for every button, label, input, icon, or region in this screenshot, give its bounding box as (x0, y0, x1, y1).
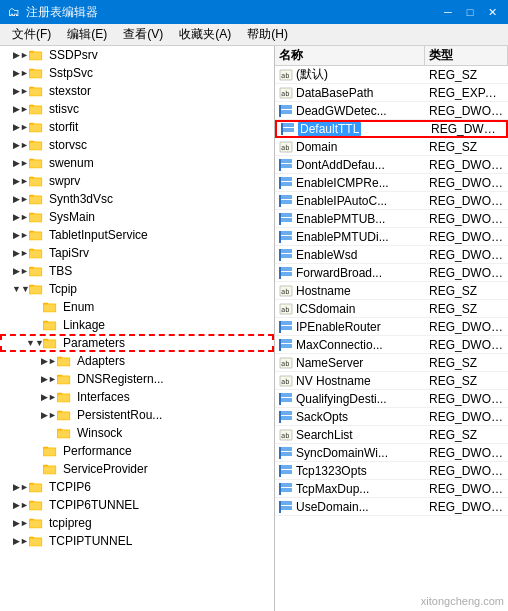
reg-row-domain[interactable]: ab DomainREG_SZ (275, 138, 508, 156)
tree-label-tapisrv: TapiSrv (49, 246, 89, 260)
reg-row-ipenablerouter[interactable]: IPEnableRouterREG_DWORD (275, 318, 508, 336)
reg-name-text-syncdomainwi: SyncDomainWi... (296, 446, 388, 460)
menu-edit[interactable]: 编辑(E) (59, 24, 115, 45)
reg-icon-tcp1323opts (279, 464, 293, 478)
tree-item-tcpipreg[interactable]: ► tcpipreg (0, 514, 274, 532)
tree-item-serviceprovider[interactable]: ServiceProvider (0, 460, 274, 478)
reg-row-deadgwdetec[interactable]: DeadGWDetec...REG_DWORD (275, 102, 508, 120)
tree-arrow-tbs: ► (14, 264, 28, 278)
reg-row-databasepath[interactable]: ab DataBasePathREG_EXPAND_SZ (275, 84, 508, 102)
reg-row-forwardbroad[interactable]: ForwardBroad...REG_DWORD (275, 264, 508, 282)
tree-item-tcpip6tunnel[interactable]: ► TCPIP6TUNNEL (0, 496, 274, 514)
folder-icon-storvsc (28, 137, 44, 153)
tree-item-performance2[interactable]: Performance (0, 442, 274, 460)
reg-row-maxconnectio[interactable]: MaxConnectio...REG_DWORD (275, 336, 508, 354)
svg-rect-11 (30, 106, 41, 113)
tree-item-ssdpsrv[interactable]: ► SSDPsrv (0, 46, 274, 64)
close-button[interactable]: ✕ (482, 3, 502, 21)
reg-row-enablewsd[interactable]: EnableWsdREG_DWORD (275, 246, 508, 264)
reg-name-text-searchlist: SearchList (296, 428, 353, 442)
tree-item-tcpip6[interactable]: ► TCPIP6 (0, 478, 274, 496)
menu-view[interactable]: 查看(V) (115, 24, 171, 45)
reg-row-enableipautoc[interactable]: EnableIPAutoC...REG_DWORD (275, 192, 508, 210)
reg-row-enablepmtub[interactable]: EnablePMTUB...REG_DWORD (275, 210, 508, 228)
tree-item-sysmain[interactable]: ► SysMain (0, 208, 274, 226)
svg-rect-146 (280, 488, 292, 492)
svg-rect-143 (280, 470, 292, 474)
svg-rect-80 (30, 520, 41, 527)
reg-name-text-deadgwdetec: DeadGWDetec... (296, 104, 387, 118)
reg-row-hostname[interactable]: ab HostnameREG_SZ (275, 282, 508, 300)
menu-file[interactable]: 文件(F) (4, 24, 59, 45)
tree-scroll[interactable]: ► SSDPsrv► SstpSvc► stexstor► stisvc► st… (0, 46, 274, 611)
svg-rect-142 (280, 465, 292, 469)
reg-row-dontadddefault[interactable]: DontAddDefau...REG_DWORD (275, 156, 508, 174)
tree-item-enum[interactable]: Enum (0, 298, 274, 316)
tree-item-stisvc[interactable]: ► stisvc (0, 100, 274, 118)
reg-icon-defaultttl (281, 122, 295, 136)
tree-item-tcpiptunnel[interactable]: ► TCPIPTUNNEL (0, 532, 274, 550)
reg-name-text-defaultttl: DefaultTTL (298, 122, 361, 136)
reg-row-usedomain[interactable]: UseDomain...REG_DWORD (275, 498, 508, 516)
reg-icon-qualifyingdest (279, 392, 293, 406)
tree-item-swprv[interactable]: ► swprv (0, 172, 274, 190)
tree-item-storfit[interactable]: ► storfit (0, 118, 274, 136)
reg-row-syncdomainwi[interactable]: SyncDomainWi...REG_DWORD (275, 444, 508, 462)
right-rows[interactable]: ab (默认)REG_SZ ab DataBasePathREG_EXPAND_… (275, 66, 508, 611)
menu-favorites[interactable]: 收藏夹(A) (171, 24, 239, 45)
svg-rect-115 (280, 272, 292, 276)
reg-type-nameserver: REG_SZ (425, 356, 508, 370)
tree-arrow-storfit: ► (14, 120, 28, 134)
tree-item-stexstor[interactable]: ► stexstor (0, 82, 274, 100)
svg-rect-135 (280, 416, 292, 420)
minimize-button[interactable]: ─ (438, 3, 458, 21)
folder-icon-persistentroutes (56, 407, 72, 423)
tree-item-adapters[interactable]: ► Adapters (0, 352, 274, 370)
reg-name-hostname: ab Hostname (275, 284, 425, 298)
reg-name-default: ab (默认) (275, 66, 425, 83)
tree-arrow-parameters: ▼ (28, 336, 42, 350)
tree-item-persistentroutes[interactable]: ► PersistentRou... (0, 406, 274, 424)
reg-row-enableicmpre[interactable]: EnableICMPRe...REG_DWORD (275, 174, 508, 192)
svg-rect-56 (58, 376, 69, 383)
tree-item-synth3dvsc[interactable]: ► Synth3dVsc (0, 190, 274, 208)
maximize-button[interactable]: □ (460, 3, 480, 21)
reg-icon-deadgwdetec (279, 104, 293, 118)
tree-item-winsock[interactable]: Winsock (0, 424, 274, 442)
reg-row-sackopts[interactable]: SackOptsREG_DWORD (275, 408, 508, 426)
svg-rect-150 (279, 501, 281, 513)
tree-item-sstpsvc[interactable]: ► SstpSvc (0, 64, 274, 82)
svg-rect-112 (280, 254, 292, 258)
tree-item-tcpip[interactable]: ▼ Tcpip (0, 280, 274, 298)
tree-item-dnsregistration[interactable]: ► DNSRegistern... (0, 370, 274, 388)
svg-rect-116 (279, 267, 281, 279)
reg-row-qualifyingdest[interactable]: QualifyingDesti...REG_DWORD (275, 390, 508, 408)
tree-item-tbs[interactable]: ► TBS (0, 262, 274, 280)
reg-row-searchlist[interactable]: ab SearchListREG_SZ (275, 426, 508, 444)
reg-row-enablepmtudi[interactable]: EnablePMTUDi...REG_DWORD (275, 228, 508, 246)
menu-help[interactable]: 帮助(H) (239, 24, 296, 45)
svg-rect-114 (280, 267, 292, 271)
tree-item-swenum[interactable]: ► swenum (0, 154, 274, 172)
tree-item-interfaces[interactable]: ► Interfaces (0, 388, 274, 406)
tree-item-storvsc[interactable]: ► storvsc (0, 136, 274, 154)
tree-item-tabletinputservice[interactable]: ► TabletInputService (0, 226, 274, 244)
svg-rect-83 (30, 538, 41, 545)
reg-row-tcpmaxdup[interactable]: TcpMaxDup...REG_DWORD (275, 480, 508, 498)
tree-label-tabletinputservice: TabletInputService (49, 228, 148, 242)
reg-row-tcp1323opts[interactable]: Tcp1323OptsREG_DWORD (275, 462, 508, 480)
folder-icon-serviceprovider (42, 461, 58, 477)
reg-row-nvhostname[interactable]: ab NV HostnameREG_SZ (275, 372, 508, 390)
reg-row-default[interactable]: ab (默认)REG_SZ (275, 66, 508, 84)
svg-rect-124 (280, 339, 292, 343)
reg-row-icsdomain[interactable]: ab ICSdomainREG_SZ (275, 300, 508, 318)
svg-rect-26 (30, 196, 41, 203)
tree-item-linkage[interactable]: Linkage (0, 316, 274, 334)
tree-item-tapisrv[interactable]: ► TapiSrv (0, 244, 274, 262)
tree-label-tcpipreg: tcpipreg (49, 516, 92, 530)
reg-row-defaultttl[interactable]: DefaultTTLREG_DWORD (275, 120, 508, 138)
reg-row-nameserver[interactable]: ab NameServerREG_SZ (275, 354, 508, 372)
tree-item-parameters[interactable]: ▼ Parameters (0, 334, 274, 352)
svg-text:ab: ab (281, 144, 289, 152)
reg-name-searchlist: ab SearchList (275, 428, 425, 442)
